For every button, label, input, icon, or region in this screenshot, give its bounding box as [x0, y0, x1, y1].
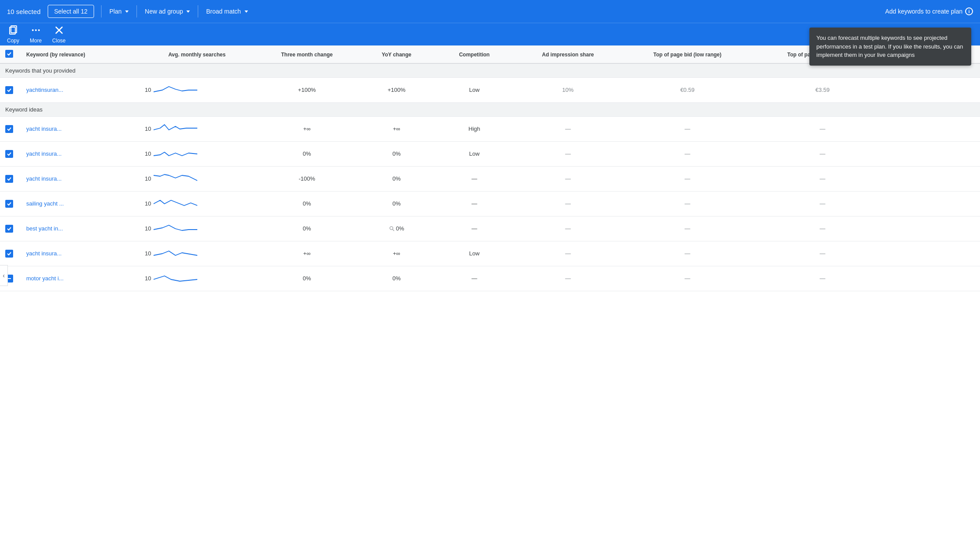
table-row: yacht insura... 10 -100% 0% — — — [0, 166, 980, 191]
selected-count-label: 10 selected — [7, 8, 48, 15]
keyword-text: yacht insura... — [26, 150, 62, 157]
table-row: motor yacht i... 10 0% 0% — — — [0, 266, 980, 291]
keyword-text: yacht insura... — [26, 175, 62, 182]
yoy-value: +∞ — [393, 250, 400, 257]
top-page-high-value: — — [820, 150, 826, 157]
row-checkbox[interactable] — [5, 125, 13, 133]
row-checkbox[interactable] — [5, 175, 13, 183]
three-month-cell: +∞ — [254, 241, 359, 266]
top-page-low-value: €0.59 — [680, 87, 695, 93]
col-top-page-low-label: Top of page bid (low range) — [653, 52, 721, 58]
ad-impression-cell: — — [515, 266, 621, 291]
close-button[interactable]: Close — [52, 25, 66, 44]
yoy-cell: 0% — [360, 191, 434, 216]
col-keyword-label: Keyword (by relevance) — [26, 52, 85, 58]
plan-button[interactable]: Plan — [105, 5, 133, 17]
avg-monthly-cell: 10 — [140, 191, 254, 216]
top-page-low-cell: — — [621, 266, 754, 291]
new-ad-group-dropdown-arrow — [186, 10, 190, 13]
avg-monthly-cell: 10 — [140, 141, 254, 166]
more-icon — [31, 25, 41, 37]
yoy-value: 0% — [389, 225, 404, 232]
keyword-cell: yacht insura... — [21, 116, 140, 141]
add-keywords-button[interactable]: Add keywords to create plan i — [878, 7, 973, 15]
select-all-button[interactable]: Select all 12 — [48, 5, 94, 18]
row-checkbox[interactable] — [5, 250, 13, 258]
three-month-value: 0% — [303, 275, 311, 282]
yoy-cell: 0% — [360, 141, 434, 166]
competition-cell: — — [434, 216, 515, 241]
row-checkbox[interactable] — [5, 86, 13, 94]
yoy-value: +∞ — [393, 126, 400, 132]
three-month-value: +∞ — [303, 250, 311, 257]
row-checkbox[interactable] — [5, 225, 13, 233]
yoy-cell: +∞ — [360, 116, 434, 141]
keyword-cell: motor yacht i... — [21, 266, 140, 291]
left-panel-toggle[interactable]: ‹ — [0, 265, 8, 286]
keyword-text: motor yacht i... — [26, 275, 63, 282]
svg-line-8 — [392, 230, 394, 231]
table-row: yacht insura... 10 +∞ +∞ Low — — [0, 241, 980, 266]
row-checkbox[interactable] — [5, 200, 13, 208]
select-all-checkbox[interactable] — [5, 50, 13, 58]
top-page-high-value: — — [820, 126, 826, 132]
ad-impression-cell: — — [515, 191, 621, 216]
top-page-low-cell: €0.59 — [621, 77, 754, 102]
keyword-text: yacht insura... — [26, 250, 62, 257]
top-page-high-cell: — — [754, 216, 891, 241]
row-checkbox[interactable] — [5, 150, 13, 158]
row-checkbox-cell — [0, 141, 21, 166]
top-page-low-value: — — [685, 175, 690, 182]
forecast-tooltip: You can forecast multiple keywords to se… — [809, 28, 971, 66]
top-page-high-cell: €3.59 — [754, 77, 891, 102]
keyword-text: sailing yacht ... — [26, 200, 64, 207]
three-month-value: 0% — [303, 150, 311, 157]
three-month-value: +∞ — [303, 126, 311, 132]
col-top-page-low: Top of page bid (low range) — [621, 45, 754, 63]
avg-monthly-value: 10 — [145, 175, 151, 182]
competition-value: Low — [469, 87, 480, 93]
ad-impression-value: 10% — [562, 87, 574, 93]
ad-impression-value: — — [565, 150, 571, 157]
close-label: Close — [52, 38, 66, 44]
top-page-high-cell: — — [754, 241, 891, 266]
broad-match-label: Broad match — [206, 8, 241, 15]
keyword-cell: sailing yacht ... — [21, 191, 140, 216]
three-month-value: 0% — [303, 225, 311, 232]
copy-button[interactable]: Copy — [7, 25, 19, 44]
account-status-cell — [891, 77, 980, 102]
col-avg-monthly: Avg. monthly searches — [140, 45, 254, 63]
three-month-cell: 0% — [254, 266, 359, 291]
yoy-cell: 0% — [360, 166, 434, 191]
ad-impression-cell: — — [515, 166, 621, 191]
tooltip-text: You can forecast multiple keywords to se… — [816, 35, 963, 58]
svg-point-3 — [35, 29, 37, 31]
col-competition: Competition — [434, 45, 515, 63]
account-status-cell — [891, 241, 980, 266]
broad-match-button[interactable]: Broad match — [202, 5, 252, 17]
yoy-cell: 0% — [360, 216, 434, 241]
avg-monthly-cell: 10 — [140, 266, 254, 291]
keyword-cell: best yacht in... — [21, 216, 140, 241]
avg-monthly-value: 10 — [145, 275, 151, 282]
top-page-low-cell: — — [621, 166, 754, 191]
avg-monthly-value: 10 — [145, 150, 151, 157]
more-button[interactable]: More — [30, 25, 42, 44]
keywords-table: Keyword (by relevance) Avg. monthly sear… — [0, 45, 980, 291]
top-page-high-cell: — — [754, 116, 891, 141]
ad-impression-value: — — [565, 225, 571, 232]
keyword-text: best yacht in... — [26, 225, 63, 232]
new-ad-group-button[interactable]: New ad group — [140, 5, 194, 17]
svg-point-7 — [390, 227, 393, 230]
three-month-cell: 0% — [254, 141, 359, 166]
competition-value: — — [472, 175, 477, 182]
section-title: Keyword ideas — [0, 102, 980, 116]
svg-rect-9 — [7, 278, 11, 279]
row-checkbox-cell — [0, 191, 21, 216]
three-month-cell: +100% — [254, 77, 359, 102]
add-keywords-label: Add keywords to create plan — [885, 8, 962, 15]
table-row: yachtinsuran... 10 +100% +100% Low 10% — [0, 77, 980, 102]
ad-impression-cell: — — [515, 241, 621, 266]
ad-impression-value: — — [565, 275, 571, 282]
ad-impression-cell: — — [515, 141, 621, 166]
